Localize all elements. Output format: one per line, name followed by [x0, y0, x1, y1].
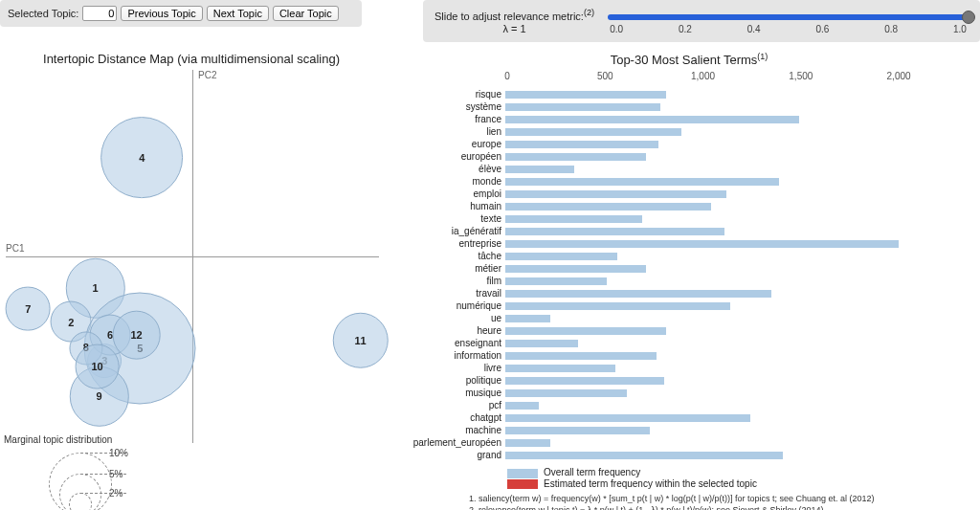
axis-tick: 0	[504, 71, 510, 81]
term-bar	[505, 178, 779, 186]
term-label: ue	[402, 313, 505, 323]
term-bar	[505, 128, 681, 136]
clear-topic-button[interactable]: Clear Topic	[273, 6, 339, 21]
term-label: risque	[402, 89, 505, 100]
selected-topic-input[interactable]	[82, 6, 117, 21]
term-row[interactable]: parlement_européen	[402, 436, 957, 449]
term-bar	[505, 103, 660, 111]
legend-pct: 10%	[109, 448, 128, 458]
term-label: métier	[402, 263, 505, 274]
term-bar	[505, 302, 730, 310]
topic-bubble-10[interactable]: 10	[75, 344, 120, 389]
term-label: tâche	[402, 251, 505, 261]
barchart-title: Top-30 Most Salient Terms(1)	[398, 52, 980, 67]
term-row[interactable]: entreprise	[402, 237, 957, 250]
term-label: humain	[402, 201, 505, 211]
term-label: machine	[402, 425, 505, 435]
term-row[interactable]: risque	[402, 88, 957, 100]
intertopic-scatter[interactable]: PC2PC1123456789101112	[6, 70, 379, 443]
slider-knob[interactable]	[962, 11, 975, 24]
term-row[interactable]: enseignant	[402, 337, 957, 349]
lambda-label: λ = 1	[502, 23, 525, 34]
slider-tick: 0.4	[747, 24, 761, 34]
term-row[interactable]: ue	[402, 312, 957, 324]
term-row[interactable]: européen	[402, 150, 957, 163]
term-row[interactable]: texte	[402, 212, 957, 225]
bar-x-axis: 05001,0001,5002,000	[507, 71, 957, 84]
term-row[interactable]: heure	[402, 324, 957, 337]
term-bar	[505, 253, 617, 260]
term-row[interactable]: ia_génératif	[402, 225, 957, 237]
axis-tick: 500	[597, 71, 613, 81]
term-bar	[505, 327, 666, 335]
term-label: france	[402, 114, 505, 124]
legend-title: Marginal topic distribution	[4, 434, 157, 445]
term-row[interactable]: musique	[402, 387, 957, 399]
pc2-label: PC2	[198, 70, 216, 80]
topic-bubble-4[interactable]: 4	[100, 117, 183, 199]
term-row[interactable]: numérique	[402, 299, 957, 312]
term-bar	[505, 190, 726, 198]
term-bar	[505, 414, 750, 422]
term-row[interactable]: france	[402, 113, 957, 125]
term-label: grand	[402, 450, 505, 460]
legend-selected: Estimated term frequency within the sele…	[544, 478, 757, 489]
term-row[interactable]: politique	[402, 374, 957, 387]
term-row[interactable]: métier	[402, 262, 957, 275]
term-row[interactable]: livre	[402, 362, 957, 374]
term-bar	[505, 215, 642, 223]
next-topic-button[interactable]: Next Topic	[207, 6, 269, 21]
term-label: travail	[402, 288, 505, 299]
term-label: pcf	[402, 400, 505, 410]
term-row[interactable]: lien	[402, 125, 957, 138]
term-row[interactable]: film	[402, 275, 957, 287]
term-label: élève	[402, 164, 505, 174]
axis-tick: 1,500	[789, 71, 813, 81]
term-row[interactable]: europe	[402, 138, 957, 150]
term-label: information	[402, 350, 505, 361]
term-row[interactable]: grand	[402, 449, 957, 461]
term-label: lien	[402, 126, 505, 137]
term-row[interactable]: tâche	[402, 250, 957, 262]
term-bar	[505, 277, 607, 285]
term-label: européen	[402, 151, 505, 162]
axis-tick: 1,000	[691, 71, 715, 81]
term-label: chatgpt	[402, 412, 505, 423]
slider-tick: 1.0	[953, 24, 967, 34]
term-row[interactable]: information	[402, 349, 957, 362]
legend-overall: Overall term frequency	[544, 467, 640, 477]
footnote-2: 2. relevance(term w | topic t) = λ * p(w…	[469, 504, 957, 510]
term-row[interactable]: travail	[402, 287, 957, 299]
term-row[interactable]: monde	[402, 175, 957, 188]
term-row[interactable]: machine	[402, 424, 957, 436]
term-bar	[505, 365, 615, 372]
topic-bubble-7[interactable]: 7	[6, 286, 51, 331]
term-label: film	[402, 276, 505, 286]
topic-bubble-12[interactable]: 12	[112, 311, 161, 360]
slider-tick: 0.0	[610, 24, 623, 34]
term-row[interactable]: chatgpt	[402, 411, 957, 424]
swatch-selected	[507, 479, 538, 489]
term-bar	[505, 116, 799, 123]
topic-bubble-11[interactable]: 11	[332, 313, 389, 369]
previous-topic-button[interactable]: Previous Topic	[121, 6, 202, 21]
term-bar	[505, 265, 646, 273]
term-label: enseignant	[402, 338, 505, 348]
topic-controls: Selected Topic: Previous Topic Next Topi…	[0, 0, 362, 27]
term-label: numérique	[402, 300, 505, 311]
term-label: entreprise	[402, 238, 505, 249]
term-label: livre	[402, 363, 505, 373]
scatter-title: Intertopic Distance Map (via multidimens…	[0, 52, 383, 66]
term-row[interactable]: élève	[402, 163, 957, 175]
term-bar	[505, 153, 646, 161]
slider-tick: 0.6	[815, 24, 829, 34]
footnote-1: 1. saliency(term w) = frequency(w) * [su…	[469, 493, 957, 504]
term-row[interactable]: humain	[402, 200, 957, 212]
term-row[interactable]: pcf	[402, 399, 957, 411]
term-row[interactable]: système	[402, 100, 957, 113]
salient-terms-barchart: 05001,0001,5002,000 risquesystèmefrancel…	[402, 71, 957, 510]
relevance-slider[interactable]: 0.0 0.2 0.4 0.6 0.8 1.0	[608, 9, 969, 34]
selected-topic-label: Selected Topic:	[8, 8, 78, 19]
term-label: musique	[402, 388, 505, 398]
term-row[interactable]: emploi	[402, 188, 957, 200]
